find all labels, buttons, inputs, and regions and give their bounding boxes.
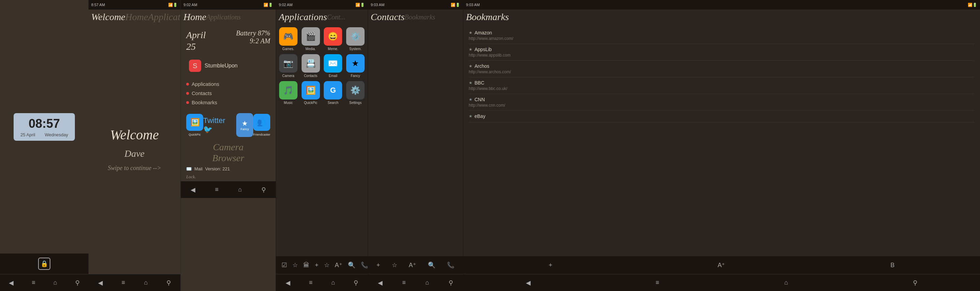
phone-icon[interactable]: 📞 xyxy=(358,260,368,270)
add-icon[interactable]: + xyxy=(312,260,321,270)
quickpic-app[interactable]: 🖼️ QuickPic xyxy=(186,114,203,136)
archive-icon[interactable]: 🏛 xyxy=(301,260,312,270)
add-contact-icon[interactable]: + xyxy=(374,260,383,270)
star2-icon[interactable]: ☆ xyxy=(321,260,332,270)
media-icon: 🎬 xyxy=(302,27,320,46)
fancy-widget[interactable]: ★ Fancy xyxy=(236,113,253,137)
app-contacts[interactable]: 📇 Contacts xyxy=(301,54,320,78)
app-camera[interactable]: 📷 Camera xyxy=(279,54,298,78)
bold-bookmark-icon[interactable]: B xyxy=(888,260,897,270)
home-icon[interactable]: ⌂ xyxy=(331,279,335,286)
app-email[interactable]: ✉️ Email xyxy=(324,54,343,78)
tab-apps-faded2: Applications xyxy=(206,12,241,22)
bookmark-appslib-title: ★ AppsLib xyxy=(469,47,975,52)
home-icon[interactable]: ⌂ xyxy=(425,279,429,286)
search-icon[interactable]: ⚲ xyxy=(913,279,917,286)
bookmark-appslib-url: http://www.appslib.com xyxy=(469,53,975,58)
menu-icon[interactable]: ≡ xyxy=(121,279,125,286)
search-icon[interactable]: ⚲ xyxy=(75,279,80,286)
bookmark-bbc-url: http://www.bbc.co.uk/ xyxy=(469,86,975,91)
bookmarks-status-bar: 9:03 AM 📶🔋 xyxy=(463,0,980,10)
font-icon[interactable]: A⁺ xyxy=(332,260,345,270)
search-icon[interactable]: ⚲ xyxy=(354,279,358,286)
phone-contact-icon[interactable]: 📞 xyxy=(444,260,457,270)
applications-link[interactable]: Applications xyxy=(186,79,270,89)
welcome-status-bar: 8:57 AM 📶🔋 xyxy=(89,0,180,10)
tab-bookmarks-faded: Bookmarks xyxy=(405,12,435,22)
friendcaster-app[interactable]: 👥 Friendcaster xyxy=(253,114,270,136)
panel-home: 9:02 AM 📶🔋 Home Applications April 25 Ba… xyxy=(180,0,276,291)
search-icon[interactable]: ⚲ xyxy=(167,279,171,286)
star-icon[interactable]: ☆ xyxy=(290,260,301,270)
app-system[interactable]: ⚙️ System. xyxy=(346,27,365,51)
checkbox-icon[interactable]: ☑ xyxy=(279,260,290,270)
menu-icon[interactable]: ≡ xyxy=(215,186,218,193)
contacts-link[interactable]: Contacts xyxy=(186,89,270,98)
battery-label: Battery 87% xyxy=(236,29,270,37)
font-contact-icon[interactable]: A⁺ xyxy=(406,260,419,270)
app-fancy[interactable]: ★ Fancy xyxy=(346,54,365,78)
search-label: Search xyxy=(328,101,339,105)
red-dot-icon2 xyxy=(186,92,189,95)
home-icon[interactable]: ⌂ xyxy=(53,279,57,286)
bookmark-amazon[interactable]: ★ Amazon http://www.amazon.com/ xyxy=(469,27,975,44)
lock-label: Lock. xyxy=(181,173,276,181)
app-quickpic[interactable]: 🖼️ QuickPic xyxy=(301,81,320,105)
app-games[interactable]: 🎮 Games. xyxy=(279,27,298,51)
home-tab-display: Home Applications xyxy=(181,10,276,24)
twitter-label-text: Twitter 🐦 xyxy=(203,116,236,134)
home-nav-links: Applications Contacts Bookmarks xyxy=(181,77,276,110)
back-icon[interactable]: ◀ xyxy=(378,279,383,286)
app-media[interactable]: 🎬 Media. xyxy=(301,27,320,51)
home-nav-bar: ◀ ≡ ⌂ ⚲ xyxy=(181,181,276,198)
app-music[interactable]: 🎵 Music xyxy=(279,81,298,105)
home-status-icons: 📶🔋 xyxy=(264,3,273,7)
search-icon[interactable]: ⚲ xyxy=(261,186,266,193)
app-meme[interactable]: 😄 Meme. xyxy=(324,27,343,51)
app-search[interactable]: G Search xyxy=(324,81,343,105)
menu-icon[interactable]: ≡ xyxy=(309,279,313,286)
bookmark-appslib[interactable]: ★ AppsLib http://www.appslib.com xyxy=(469,44,975,61)
back-icon[interactable]: ◀ xyxy=(9,279,14,286)
panel-bookmarks: 9:03 AM 📶🔋 Bookmarks ★ Amazon http://www… xyxy=(463,0,980,291)
mail-item[interactable]: ✉️ Mail Version: 221 xyxy=(181,165,276,173)
tab-home[interactable]: Home xyxy=(183,10,206,24)
search-icon[interactable]: ⚲ xyxy=(449,279,453,286)
search-contact-icon[interactable]: 🔍 xyxy=(425,260,438,270)
menu-icon[interactable]: ≡ xyxy=(32,279,35,286)
panel-applications: 9:02 AM 📶🔋 Applications Cont... 🎮 Games.… xyxy=(276,0,368,291)
welcome-name: Dave xyxy=(124,148,144,159)
add-bookmark-icon[interactable]: + xyxy=(546,260,555,270)
bookmark-archos[interactable]: ★ Archos http://www.archos.com/ xyxy=(469,61,975,77)
tab-applications[interactable]: Applications xyxy=(279,10,327,24)
bookmark-cnn[interactable]: ★ CNN http://www.cnn.com/ xyxy=(469,94,975,111)
back-icon[interactable]: ◀ xyxy=(191,186,196,193)
bookmark-ebay[interactable]: ★ eBay xyxy=(469,111,975,123)
lock-date: 25 April xyxy=(21,132,35,138)
tab-bookmarks[interactable]: Bookmarks xyxy=(466,10,509,24)
tab-welcome[interactable]: Welcome xyxy=(91,10,125,24)
lock-icon[interactable]: 🔒 xyxy=(38,257,50,270)
home-icon[interactable]: ⌂ xyxy=(784,279,788,286)
font-bookmark-icon[interactable]: A⁺ xyxy=(715,260,728,270)
stumbleupon-button[interactable]: S StumbleUpon xyxy=(186,58,270,74)
back-icon[interactable]: ◀ xyxy=(526,279,531,286)
lock-content: 08:57 25 April Wednesday xyxy=(0,0,89,254)
back-icon[interactable]: ◀ xyxy=(286,279,290,286)
home-icon[interactable]: ⌂ xyxy=(238,186,242,193)
app-settings[interactable]: ⚙️ Settings xyxy=(346,81,365,105)
back-icon[interactable]: ◀ xyxy=(98,279,103,286)
bookmark-bbc[interactable]: ★ BBC http://www.bbc.co.uk/ xyxy=(469,77,975,94)
star-icon: ★ xyxy=(469,30,473,35)
meme-icon: 😄 xyxy=(324,27,342,46)
tab-contacts[interactable]: Contacts xyxy=(371,10,405,24)
menu-icon[interactable]: ≡ xyxy=(402,279,406,286)
contacts-content xyxy=(368,24,463,256)
menu-icon[interactable]: ≡ xyxy=(655,279,659,286)
mail-icon: ✉️ xyxy=(186,166,192,171)
tab-contacts-faded: Cont... xyxy=(327,12,345,22)
search2-icon[interactable]: 🔍 xyxy=(345,260,358,270)
home-icon[interactable]: ⌂ xyxy=(144,279,148,286)
bookmarks-link[interactable]: Bookmarks xyxy=(186,98,270,107)
star-contact-icon[interactable]: ☆ xyxy=(389,260,400,270)
